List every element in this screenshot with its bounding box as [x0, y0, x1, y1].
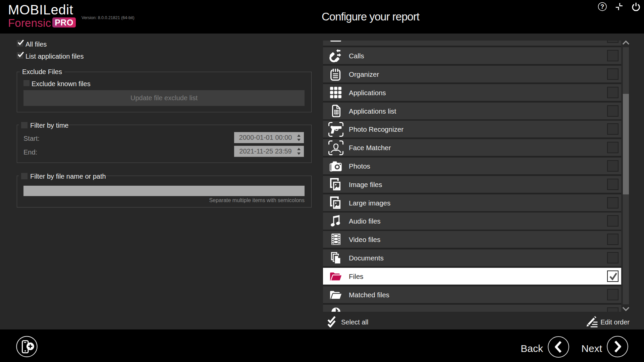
svg-text:?: ? [600, 3, 604, 10]
